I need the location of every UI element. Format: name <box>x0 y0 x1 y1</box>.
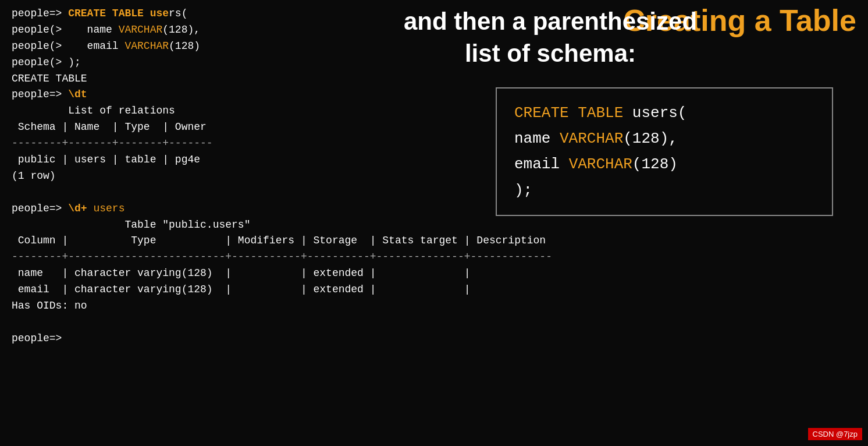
prompt-1: people=> <box>12 8 68 19</box>
cmd-1: CREATE TABLE use <box>68 8 169 19</box>
code-box: CREATE TABLE users( name VARCHAR(128), e… <box>496 87 833 216</box>
varchar-2: VARCHAR <box>119 24 163 36</box>
relations-sep: --------+-------+-------+------- <box>12 136 454 152</box>
table-title: Table "public.users" <box>12 217 454 233</box>
watermark: CSDN @7jzp <box>808 428 863 440</box>
terminal-line-6: people=> \dt <box>12 87 454 103</box>
table-row-name: name | character varying(128) | | extend… <box>12 266 454 282</box>
relations-row: public | users | table | pg4e <box>12 152 454 168</box>
end-2: (128), <box>162 24 200 36</box>
terminal-line-2: people(> name VARCHAR(128), <box>12 22 454 38</box>
relations-cols: Schema | Name | Type | Owner <box>12 119 454 136</box>
terminal-line-3: people(> email VARCHAR(128) <box>12 38 454 55</box>
blank-2 <box>12 314 454 331</box>
title-text: Creating a Table <box>623 3 856 37</box>
terminal-line-1: people=> CREATE TABLE users( <box>12 6 454 22</box>
users-arg: users <box>93 203 124 214</box>
prompt-6: people=> <box>12 89 68 100</box>
prompt-final: people=> <box>12 332 62 344</box>
table-row-email: email | character varying(128) | | exten… <box>12 282 454 298</box>
end-3: (128) <box>169 40 200 52</box>
cmd-6: \dt <box>68 89 87 100</box>
has-oids: Has OIDs: no <box>12 298 454 314</box>
terminal-line-d+: people=> \d+ users <box>12 201 454 217</box>
table-sep: --------+-------------------------+-----… <box>12 249 454 266</box>
terminal-line-5: CREATE TABLE <box>12 71 454 87</box>
terminal-line-4: people(> ); <box>12 55 454 71</box>
code-line-3: email VARCHAR(128) <box>514 151 814 177</box>
code-line-4: ); <box>514 178 814 203</box>
page-title: Creating a Table <box>623 3 856 38</box>
cont-4: people(> ); <box>12 56 81 68</box>
table-cols: Column | Type | Modifiers | Storage | St… <box>12 233 454 249</box>
cont-3: people(> email <box>12 40 124 52</box>
final-prompt: people=> <box>12 331 454 347</box>
code-line-2: name VARCHAR(128), <box>514 126 814 151</box>
rest-1: rs( <box>169 8 187 19</box>
terminal-area: people=> CREATE TABLE users( people(> na… <box>0 0 465 446</box>
cont-2: people(> name <box>12 24 119 36</box>
code-line-1: CREATE TABLE users( <box>514 100 814 126</box>
cmd-d+: \d+ <box>68 203 93 214</box>
varchar-3: VARCHAR <box>124 40 169 52</box>
prompt-d+: people=> <box>12 203 68 214</box>
blank-1 <box>12 185 454 201</box>
create-table: CREATE TABLE <box>12 73 87 84</box>
watermark-text: CSDN @7jzp <box>813 430 858 438</box>
relations-header: List of relations <box>12 103 454 119</box>
row-count: (1 row) <box>12 168 454 185</box>
